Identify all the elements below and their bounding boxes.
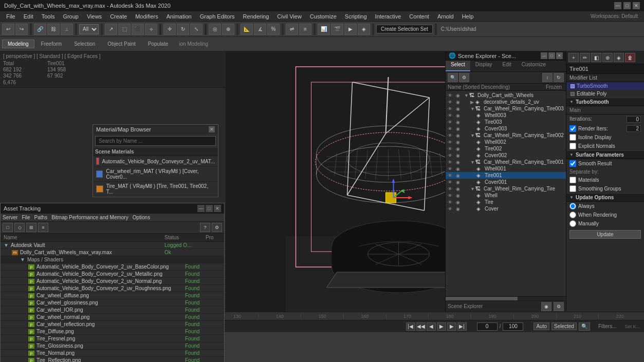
se-tab-display[interactable]: Display [470,61,498,71]
props-tool-1[interactable]: + [568,53,579,62]
se-tab-edit[interactable]: Edit [498,61,517,71]
props-tool-pencil[interactable]: ✏ [580,53,590,62]
render-btn[interactable]: ▶ [344,24,357,35]
unlink-btn[interactable]: ⛓ [47,24,60,35]
tree-item-cover0[interactable]: 👁 ◉ ◈ Cover [446,205,566,212]
asset-row-3[interactable]: p Automatic_Vehicle_Body_Conveyor_2_uv_R… [1,285,224,292]
filter-dropdown[interactable]: All [79,24,99,34]
se-tab-select[interactable]: Select [446,61,470,71]
se-refresh-btn[interactable]: ↻ [554,73,564,82]
rotate-btn[interactable]: ↻ [177,24,189,35]
asset-row-maps[interactable]: ▼ Maps / Shaders [1,256,224,263]
bind-btn[interactable]: ⟂ [61,24,73,35]
menu-views[interactable]: Views [83,12,106,21]
ts-iterations-value[interactable]: 0 [627,116,641,123]
asset-tool-3[interactable]: ⊞ [26,223,36,232]
asset-tool-6[interactable]: ⚙ [212,223,222,232]
tree-item-cwr2[interactable]: 👁 ◉ ▼ 🏗 Car_Wheel_Rim_Carrying_Tire002 [446,132,566,139]
tree-item-tire3[interactable]: 👁 ◉ ◈ Tire003 [446,119,566,125]
mirror-btn[interactable]: ⇌ [286,24,298,35]
status-filters[interactable]: Filters... [598,323,617,329]
tree-item-wh3[interactable]: 👁 ◉ ◈ Whell003 [446,112,566,119]
tree-item-tire2[interactable]: 👁 ◉ ◈ Tire002 [446,145,566,152]
menu-civil-view[interactable]: Civil View [273,12,305,21]
props-tool-delete[interactable]: 🗑 [625,53,635,62]
selection-set-btn[interactable]: Create Selection Set [376,25,433,33]
tab-freeform[interactable]: Freeform [35,40,68,48]
move-btn[interactable]: ✛ [163,24,176,35]
menu-content[interactable]: Content [405,12,433,21]
tree-item-root[interactable]: 👁 ◉ ▼ 🏗 Dolly_Cart_with_Wheels [446,92,566,99]
ts-render-iters-value[interactable]: 2 [627,125,641,132]
redo-btn[interactable]: ↪ [15,24,28,35]
asset-row-max[interactable]: m Dolly_Cart_with_Wheels_max_vray.max Ok [1,249,224,256]
ts-explicit-checkbox[interactable] [569,143,576,149]
asset-tool-4[interactable]: ≡ [38,223,48,232]
menu-interactive[interactable]: Interactive [371,12,406,21]
se-footer-btn2[interactable]: ⚙ [554,302,564,311]
asset-row-vault[interactable]: ▼ Autodesk Vault Logged O... [1,242,224,249]
ts-render-iters-checkbox[interactable] [569,125,576,132]
tree-item-deco[interactable]: 👁 ◉ ▶ ◈ decorative_details_2_uv [446,99,566,105]
asset-menu-file[interactable]: File [22,215,30,220]
menu-arnold[interactable]: Arnold [433,12,458,21]
asset-close-btn[interactable]: ✕ [214,205,221,212]
menu-create[interactable]: Create [106,12,131,21]
tree-item-wh2[interactable]: 👁 ◉ ◈ Whell002 [446,139,566,145]
reference-coord-btn[interactable]: ◎ [209,24,221,35]
menu-scripting[interactable]: Scripting [341,12,371,21]
modifier-turbosmooth[interactable]: TurboSmooth [566,82,644,90]
tree-item-tire0[interactable]: 👁 ◉ ◈ Tire [446,199,566,205]
asset-row-0[interactable]: p Automatic_Vehicle_Body_Conveyor_2_uv_B… [1,263,224,271]
asset-row-6[interactable]: p Car_wheel_IOR.png Found [1,307,224,314]
tab-object-paint[interactable]: Object Paint [102,40,141,48]
asset-tool-5[interactable]: ? [200,223,210,232]
sp-smoothing-checkbox[interactable] [569,185,576,192]
link-btn[interactable]: 🔗 [34,24,46,35]
menu-modifiers[interactable]: Modifiers [131,12,162,21]
asset-menu-paths[interactable]: Paths [34,215,48,220]
asset-row-9[interactable]: p Tire_Diffuse.png Found [1,328,224,335]
props-tool-4[interactable]: ⊕ [602,53,613,62]
se-footer-btn1[interactable]: ◉ [541,302,551,311]
modifier-editable-poly[interactable]: Editable Poly [566,90,644,98]
uo-manually-radio[interactable] [569,220,576,227]
sp-materials-checkbox[interactable] [569,177,576,183]
menu-customize[interactable]: Customize [306,12,341,21]
mat-item-1[interactable]: Automatic_Vehicle_Body_Conveyor_2_uv_MAT… [93,156,218,167]
menu-file[interactable]: File [2,12,20,21]
undo-btn[interactable]: ↩ [2,24,14,35]
tree-item-tire1[interactable]: 👁 ◉ ◈ Tire001 [446,172,566,179]
mat-item-2[interactable]: Car_wheel_rim_MAT ( VRayMtl ) [Cover, Co… [93,167,218,182]
update-btn[interactable]: Update [569,230,641,239]
frame-prev-btn[interactable]: ◀ [427,322,436,331]
menu-rendering[interactable]: Rendering [239,12,273,21]
asset-row-10[interactable]: p Tire_Fresnel.png Found [1,335,224,342]
menu-help[interactable]: Help [458,12,478,21]
align-btn[interactable]: ≡ [299,24,311,35]
tree-item-cwr3[interactable]: 👁 ◉ ▼ 🏗 Car_Wheel_Rim_Carrying_Tire003 [446,105,566,112]
tree-item-cover2[interactable]: 👁 ◉ ◈ Cover002 [446,152,566,159]
se-minimize-btn[interactable]: — [541,52,547,59]
tree-item-cover3[interactable]: 👁 ◉ ◈ Cover003 [446,125,566,132]
select-crossing-btn[interactable]: ⬛ [132,24,144,35]
frame-prev-key-btn[interactable]: ◀◀ [416,322,426,331]
scale-btn[interactable]: ⤡ [190,24,203,35]
frame-end-btn[interactable]: ▶| [457,322,467,331]
se-maximize-btn[interactable]: □ [548,52,555,59]
tree-item-cover1[interactable]: 👁 ◉ ◈ Cover001 [446,179,566,185]
se-sort-btn[interactable]: ↕ [542,73,553,82]
snap-btn[interactable]: 📐 [241,24,253,35]
mat-item-3[interactable]: Tire_MAT ( VRayMtl ) [Tire, Tire001, Tir… [93,182,218,197]
asset-tool-2[interactable]: ◇ [14,223,25,232]
asset-menu-bitmap[interactable]: Bitmap Performance and Memory [51,215,128,220]
asset-menu-server[interactable]: Server [3,215,17,220]
menu-edit[interactable]: Edit [20,12,38,21]
tab-populate[interactable]: Populate [142,40,174,48]
asset-tool-1[interactable]: □ [3,223,13,232]
se-scrollbar-h[interactable] [446,296,566,300]
mat-search-input[interactable] [95,136,216,146]
asset-menu-options[interactable]: Options [133,215,150,220]
uo-always-radio[interactable] [569,203,576,209]
asset-row-2[interactable]: p Automatic_Vehicle_Body_Conveyor_2_uv_N… [1,278,224,285]
